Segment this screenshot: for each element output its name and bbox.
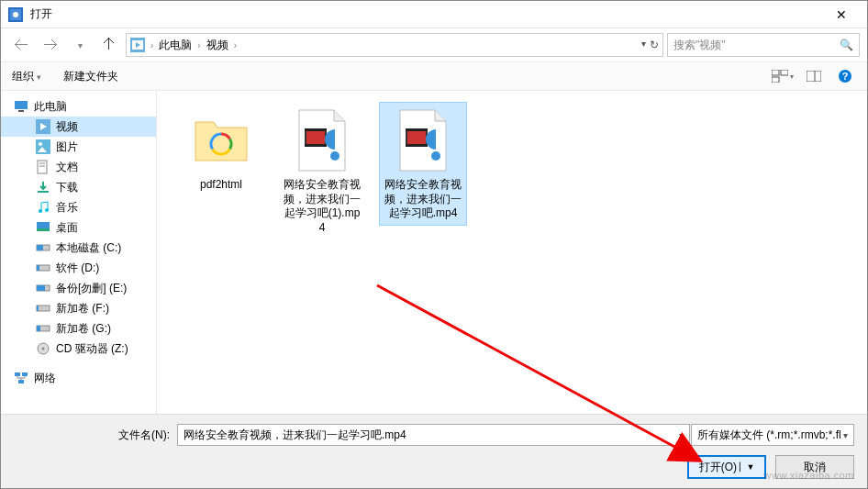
- svg-rect-8: [772, 77, 779, 83]
- address-dropdown-icon[interactable]: ▾: [641, 39, 646, 51]
- filename-dropdown-icon[interactable]: ▾: [679, 430, 684, 440]
- tree-pictures[interactable]: 图片: [1, 137, 156, 157]
- computer-icon: [14, 99, 28, 114]
- svg-rect-45: [305, 128, 327, 131]
- address-bar[interactable]: › 此电脑 › 视频 › ▾ ↻: [126, 33, 663, 57]
- search-placeholder: 搜索"视频": [673, 38, 726, 53]
- breadcrumb-current[interactable]: 视频: [206, 38, 228, 53]
- up-button[interactable]: 🡡: [96, 34, 122, 56]
- tree-downloads[interactable]: 下载: [1, 177, 156, 197]
- chevron-right-icon: ›: [197, 40, 200, 50]
- video-library-icon: [130, 38, 145, 52]
- svg-rect-14: [18, 110, 24, 112]
- drive-icon: [36, 261, 50, 275]
- documents-folder-icon: [36, 160, 50, 174]
- video-file-icon: [398, 108, 448, 172]
- file-item-video[interactable]: 网络安全教育视频，进来我们一起学习吧(1).mp4: [278, 102, 366, 239]
- svg-point-24: [45, 208, 49, 212]
- open-button[interactable]: 打开(O) ▏▼: [687, 455, 766, 479]
- tree-documents[interactable]: 文档: [1, 157, 156, 177]
- back-button[interactable]: 🡠: [8, 34, 34, 56]
- network-icon: [14, 371, 28, 385]
- drive-icon: [36, 281, 50, 295]
- app-icon: [8, 7, 23, 22]
- tree-this-pc[interactable]: 此电脑: [1, 96, 156, 117]
- navigation-tree: 此电脑 视频 图片 文档 下载 音乐 桌面 本地磁盘 (C:): [1, 91, 157, 421]
- close-button[interactable]: ✕: [823, 2, 860, 28]
- tree-drive-z[interactable]: CD 驱动器 (Z:): [1, 339, 156, 359]
- tree-music[interactable]: 音乐: [1, 197, 156, 217]
- filename-label: 文件名(N):: [14, 428, 170, 443]
- breadcrumb-root[interactable]: 此电脑: [159, 38, 192, 53]
- file-item-folder[interactable]: pdf2html: [177, 102, 265, 197]
- svg-rect-28: [37, 245, 43, 250]
- tree-drive-g[interactable]: 新加卷 (G:): [1, 318, 156, 339]
- video-file-icon: [297, 108, 347, 172]
- downloads-folder-icon: [36, 180, 50, 194]
- help-button[interactable]: ?: [834, 67, 856, 85]
- chevron-down-icon: ▾: [843, 430, 848, 440]
- svg-rect-41: [18, 380, 24, 383]
- cd-drive-icon: [36, 341, 50, 356]
- svg-point-38: [42, 348, 45, 350]
- drive-icon: [36, 240, 50, 255]
- svg-rect-7: [781, 70, 788, 75]
- cancel-button[interactable]: 取消: [775, 455, 854, 479]
- svg-point-52: [431, 151, 440, 161]
- file-list[interactable]: pdf2html 网络安全教育视频，进来我们一起学习吧(1).mp4 网络安全教…: [157, 91, 867, 421]
- svg-rect-51: [406, 144, 428, 147]
- folder-icon: [194, 115, 249, 166]
- recent-dropdown[interactable]: ▾: [67, 34, 93, 56]
- desktop-folder-icon: [36, 220, 50, 235]
- svg-rect-46: [305, 144, 327, 147]
- svg-point-18: [39, 142, 42, 146]
- svg-rect-34: [37, 306, 39, 311]
- window-title: 打开: [30, 6, 823, 22]
- svg-rect-36: [37, 326, 40, 331]
- tree-videos[interactable]: 视频: [1, 117, 156, 137]
- video-folder-icon: [36, 119, 50, 134]
- new-folder-button[interactable]: 新建文件夹: [63, 69, 118, 84]
- search-icon[interactable]: 🔍: [840, 39, 853, 51]
- chevron-right-icon: ›: [150, 40, 153, 50]
- svg-rect-39: [15, 372, 20, 376]
- forward-button: 🡢: [38, 34, 63, 56]
- svg-rect-13: [15, 101, 28, 109]
- svg-point-2: [13, 12, 18, 17]
- file-item-video-selected[interactable]: 网络安全教育视频，进来我们一起学习吧.mp4: [379, 102, 467, 226]
- svg-rect-32: [37, 285, 45, 291]
- chevron-right-icon: ›: [234, 40, 237, 50]
- svg-point-47: [330, 151, 339, 161]
- file-type-filter[interactable]: 所有媒体文件 (*.rm;*.rmvb;*.fl ▾: [691, 424, 854, 446]
- drive-icon: [36, 321, 50, 336]
- music-folder-icon: [36, 200, 50, 215]
- tree-drive-e[interactable]: 备份[勿删] (E:): [1, 278, 156, 298]
- preview-pane-button[interactable]: [803, 67, 825, 85]
- tree-desktop[interactable]: 桌面: [1, 217, 156, 238]
- refresh-icon[interactable]: ↻: [650, 39, 659, 51]
- svg-point-23: [39, 209, 42, 213]
- svg-rect-33: [37, 306, 50, 311]
- pictures-folder-icon: [36, 139, 50, 154]
- svg-rect-50: [406, 128, 428, 131]
- organize-menu[interactable]: 组织 ▾: [12, 69, 41, 84]
- tree-drive-d[interactable]: 软件 (D:): [1, 258, 156, 278]
- tree-drive-c[interactable]: 本地磁盘 (C:): [1, 238, 156, 258]
- drive-icon: [36, 301, 50, 316]
- file-label: pdf2html: [200, 178, 242, 193]
- svg-rect-26: [37, 228, 50, 231]
- svg-text:?: ?: [842, 71, 849, 82]
- file-label: 网络安全教育视频，进来我们一起学习吧(1).mp4: [283, 178, 362, 235]
- tree-network[interactable]: 网络: [1, 368, 156, 388]
- file-label: 网络安全教育视频，进来我们一起学习吧.mp4: [384, 178, 462, 221]
- search-input[interactable]: 搜索"视频" 🔍: [667, 33, 860, 57]
- svg-rect-20: [38, 161, 47, 173]
- svg-rect-30: [37, 265, 39, 271]
- svg-rect-49: [407, 130, 426, 145]
- tree-drive-f[interactable]: 新加卷 (F:): [1, 298, 156, 318]
- svg-rect-9: [807, 71, 821, 82]
- filename-input[interactable]: [177, 424, 690, 446]
- view-options-button[interactable]: ▾: [772, 67, 794, 85]
- svg-rect-6: [772, 70, 779, 75]
- svg-rect-40: [22, 372, 28, 376]
